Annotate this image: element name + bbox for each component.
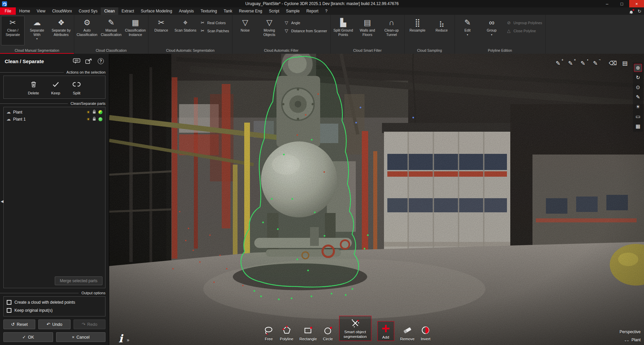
smooth-polyline-icon[interactable]: ✎~	[592, 60, 599, 67]
minimize-button[interactable]: –	[600, 0, 614, 7]
manual-classification-button[interactable]: ✎ Manual Classification	[99, 16, 123, 45]
tab-home[interactable]: Home	[16, 7, 33, 15]
reset-button[interactable]: ↺ Reset	[3, 319, 35, 329]
add-mode-button[interactable]: Add	[377, 321, 394, 341]
auto-classification-button[interactable]: ⚙ Auto Classification	[75, 16, 99, 45]
ungroup-polylines-button[interactable]: ⊘ Ungroup Polylines	[504, 19, 544, 26]
smart-object-segmentation-button[interactable]: Smart object segmentation	[339, 316, 371, 341]
close-polyline-icon: △	[506, 28, 512, 33]
pan-tool-icon[interactable]: ⊕	[634, 64, 642, 72]
tab-coord-sys[interactable]: Coord Sys	[75, 7, 101, 15]
maximize-button[interactable]: □	[614, 0, 629, 7]
tab-analysis[interactable]: Analysis	[175, 7, 197, 15]
walls-and-floors-button[interactable]: ▤ Walls and Floors	[356, 16, 379, 45]
restore-polyline-icon[interactable]: ▤	[621, 60, 629, 67]
close-button[interactable]: ×	[629, 0, 644, 7]
active-object-label[interactable]: ⌄⌄ Plant	[624, 338, 641, 342]
add-polyline-icon[interactable]: ✎+	[554, 60, 562, 67]
double-chevron-icon[interactable]: ⌄⌄	[624, 338, 629, 342]
polyline-selection-button[interactable]: Polyline	[280, 325, 293, 341]
invert-mode-button[interactable]: Invert	[421, 325, 431, 341]
clean-separate-button[interactable]: ✂ Clean / Separate	[1, 16, 25, 45]
part-row-plant[interactable]: ☁ Plant ☀	[4, 109, 105, 116]
visibility-toggle-icon[interactable]: ☀	[86, 117, 90, 122]
checkbox[interactable]	[7, 308, 11, 313]
tab-reverse-eng[interactable]: Reverse Eng	[235, 7, 265, 15]
annotate-icon[interactable]: ✎	[634, 93, 642, 101]
angle-button[interactable]: ▽ Angle	[282, 19, 329, 26]
edit-polyline-button[interactable]: ✎ Edit ▾	[456, 16, 479, 45]
sync-icon[interactable]: ↻	[638, 9, 641, 14]
tab-texturing[interactable]: Texturing	[197, 7, 220, 15]
noise-button[interactable]: ▽ Noise	[233, 16, 257, 45]
ribbon-group-cloud-automatic-segmentation: ✂ Distance ⌖ Scan Stations ✂ Real Colors…	[148, 15, 232, 54]
export-button[interactable]	[84, 57, 93, 65]
rectangle-selection-button[interactable]: Rectangle	[299, 325, 317, 341]
info-icon[interactable]: i	[119, 334, 123, 344]
cancel-button[interactable]: × Cancel	[56, 332, 106, 342]
tab-report[interactable]: Report	[303, 7, 322, 15]
reduce-button[interactable]: ⣦ Reduce	[430, 16, 454, 45]
checkbox[interactable]	[7, 300, 11, 305]
point-cloud-scene[interactable]	[109, 54, 644, 345]
delete-polyline-icon[interactable]: ✎×	[567, 60, 574, 67]
help-button[interactable]: ?	[96, 57, 105, 65]
close-polyline-button[interactable]: △ Close Polyline	[504, 27, 544, 34]
notifications-bell-icon[interactable]	[629, 9, 634, 14]
resample-button[interactable]: ⣿ Resample	[406, 16, 429, 45]
distance-from-scanner-button[interactable]: ▽ Distance from Scanner	[282, 27, 329, 34]
separate-by-attributes-button[interactable]: ❖ Separate by Attributes	[49, 16, 73, 45]
erase-polyline-icon[interactable]: ⌫	[609, 60, 616, 67]
tab-clean[interactable]: Clean	[101, 7, 118, 15]
split-ground-points-button[interactable]: ▙ Split Ground Points	[332, 16, 355, 45]
real-colors-button[interactable]: ✂ Real Colors	[198, 19, 231, 26]
ok-button[interactable]: ✓ OK	[3, 332, 53, 342]
circle-selection-button[interactable]: Circle	[323, 325, 333, 341]
projection-label[interactable]: Perspective	[619, 330, 641, 334]
tab-script[interactable]: Script	[266, 7, 283, 15]
redo-button[interactable]: ↷ Redo	[74, 319, 105, 329]
classification-instance-button[interactable]: ▦ Classification Instance	[124, 16, 147, 45]
free-selection-button[interactable]: Free	[264, 325, 274, 341]
tab-file[interactable]: File	[0, 7, 16, 15]
comments-button[interactable]	[72, 57, 81, 65]
first-person-icon[interactable]: ⊙	[634, 83, 642, 91]
lighting-icon[interactable]: ☀	[634, 103, 642, 111]
reset-icon: ↺	[11, 322, 15, 327]
menu-bar: File Home View CloudWorx Coord Sys Clean…	[0, 7, 644, 15]
edit-polyline-icon[interactable]: ✎•	[579, 60, 587, 67]
remove-mode-button[interactable]: Remove	[400, 325, 415, 341]
ribbon-group-cloud-automatic-filter: ▽ Noise ▽ Moving Objects ▽ Angle ▽ Dista…	[232, 15, 331, 54]
separate-with-button[interactable]: ☁ Separate With ▾	[25, 16, 49, 45]
circle-icon	[323, 325, 333, 336]
orbit-tool-icon[interactable]: ↻	[634, 74, 642, 82]
split-button[interactable]: Split	[72, 80, 81, 95]
scan-stations-button[interactable]: ⌖ Scan Stations	[174, 16, 197, 45]
lock-icon[interactable]	[92, 110, 96, 115]
tab-sample[interactable]: Sample	[283, 7, 303, 15]
tab-extract[interactable]: Extract	[118, 7, 137, 15]
visibility-toggle-icon[interactable]: ☀	[86, 110, 90, 115]
undo-button[interactable]: ↶ Undo	[38, 319, 70, 329]
tab-tank[interactable]: Tank	[220, 7, 235, 15]
panel-collapse-arrow[interactable]: ◀	[1, 199, 3, 204]
lock-icon[interactable]	[92, 117, 96, 122]
expand-more-icon[interactable]: »	[127, 337, 129, 344]
tab-cloudworx[interactable]: CloudWorx	[49, 7, 75, 15]
moving-objects-button[interactable]: ▽ Moving Objects	[258, 16, 281, 45]
distance-button[interactable]: ✂ Distance	[149, 16, 173, 45]
viewport-3d[interactable]: ✎+ ✎× ✎• ✎~ ⌫ ▤ ⊕ ↻ ⊙ ✎ ☀ ▭ ▦ Free	[109, 54, 644, 345]
frame-icon[interactable]: ▭	[634, 113, 642, 121]
render-mode-icon[interactable]: ▦	[634, 122, 642, 130]
tab-view[interactable]: View	[33, 7, 49, 15]
delete-button[interactable]: Delete	[28, 80, 39, 95]
tab-surface-modeling[interactable]: Surface Modeling	[137, 7, 175, 15]
scan-patches-button[interactable]: ✂ Scan Patches	[198, 27, 231, 34]
parts-list: ☁ Plant ☀ ☁ Plant 1 ☀	[4, 107, 105, 274]
keep-button[interactable]: Keep	[51, 80, 60, 95]
merge-selected-parts-button[interactable]: Merge selected parts	[55, 276, 102, 285]
clean-up-tunnel-button[interactable]: ∩ Clean-up Tunnel	[380, 16, 403, 45]
tab-help[interactable]: ?	[322, 7, 331, 15]
part-row-plant-1[interactable]: ☁ Plant 1 ☀	[4, 116, 105, 123]
group-polyline-button[interactable]: ∞ Group ▾	[480, 16, 504, 45]
